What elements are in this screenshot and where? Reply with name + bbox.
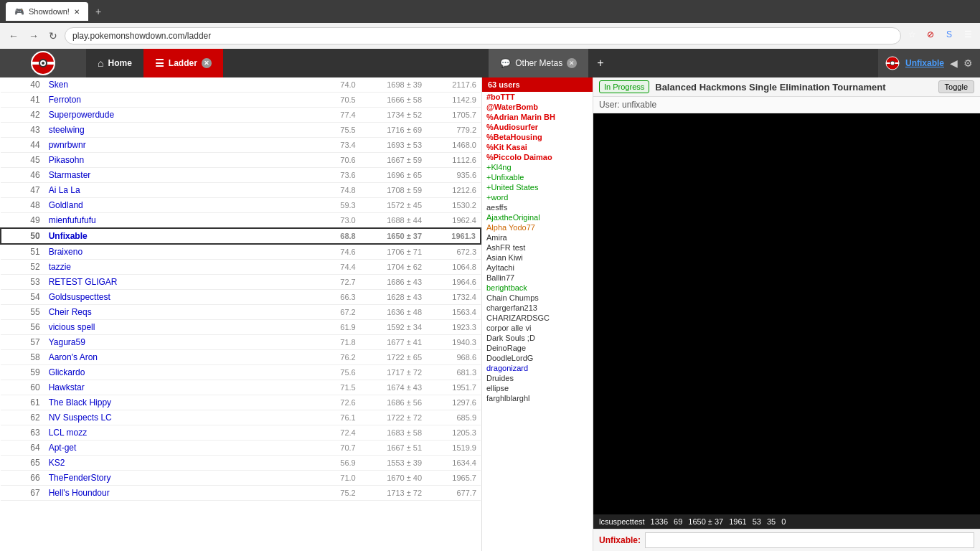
user-list-item[interactable]: +word bbox=[482, 192, 593, 202]
user-list-item[interactable]: chargerfan213 bbox=[482, 303, 593, 313]
ladder-area[interactable]: 40 Sken 1355 74.0 1698 ± 39 2117.6 41 Fe… bbox=[0, 77, 481, 551]
user-list-item[interactable]: aesffs bbox=[482, 202, 593, 212]
ext-icon[interactable]: S bbox=[943, 29, 956, 42]
toggle-button[interactable]: Toggle bbox=[938, 80, 974, 93]
w-cell: 2117.6 bbox=[426, 77, 481, 93]
rank-cell: 45 bbox=[1, 153, 44, 168]
username-display[interactable]: Unfixable bbox=[905, 58, 944, 68]
player-name-cell[interactable]: Cheir Reqs bbox=[44, 305, 240, 320]
other-metas-tab[interactable]: 💬 Other Metas ✕ bbox=[489, 49, 588, 77]
forward-button[interactable]: → bbox=[26, 29, 42, 43]
browser-bar: 🎮 Showdown! ✕ + bbox=[0, 0, 980, 23]
player-name-cell[interactable]: Superpowerdude bbox=[44, 108, 240, 123]
player-name-cell[interactable]: Braixeno bbox=[44, 244, 240, 260]
elo-cell: 1322 bbox=[240, 305, 306, 320]
settings-button[interactable]: ◀ bbox=[950, 57, 958, 69]
bookmark-icon[interactable]: ☆ bbox=[905, 29, 918, 42]
stats-player-name: lcsuspecttest bbox=[599, 517, 645, 526]
back-button[interactable]: ← bbox=[6, 29, 22, 43]
player-name-cell[interactable]: RETEST GLIGAR bbox=[44, 275, 240, 290]
player-name-cell[interactable]: Ai La La bbox=[44, 183, 240, 198]
user-list-item[interactable]: %Audiosurfer bbox=[482, 122, 593, 132]
user-list-item[interactable]: @WaterBomb bbox=[482, 102, 593, 112]
player-name-cell[interactable]: Starmaster bbox=[44, 168, 240, 183]
user-list-item[interactable]: Alpha Yodo77 bbox=[482, 222, 593, 232]
player-name-cell[interactable]: Apt-get bbox=[44, 441, 240, 456]
other-metas-close[interactable]: ✕ bbox=[567, 58, 577, 68]
user-list[interactable]: #boTTT@WaterBomb%Adrian Marin BH%Audiosu… bbox=[482, 92, 593, 551]
user-list-item[interactable]: #boTTT bbox=[482, 92, 593, 102]
player-name-cell[interactable]: Pikasohn bbox=[44, 153, 240, 168]
user-list-item[interactable]: +United States bbox=[482, 182, 593, 192]
user-list-item[interactable]: AshFR test bbox=[482, 242, 593, 253]
player-name-cell[interactable]: steelwing bbox=[44, 123, 240, 138]
tournament-bracket bbox=[593, 113, 980, 514]
user-list-item[interactable]: AjaxtheOriginal bbox=[482, 212, 593, 222]
gl-cell: 1722 ± 72 bbox=[360, 410, 426, 425]
user-list-item[interactable]: dragonizard bbox=[482, 363, 593, 373]
player-name-cell[interactable]: The Black Hippy bbox=[44, 395, 240, 410]
player-name-cell[interactable]: Glickardo bbox=[44, 365, 240, 380]
user-list-item[interactable]: %Adrian Marin BH bbox=[482, 112, 593, 122]
refresh-button[interactable]: ↻ bbox=[46, 29, 60, 43]
menu-icon[interactable]: ☰ bbox=[961, 29, 974, 42]
player-name-cell[interactable]: mienfufufufu bbox=[44, 213, 240, 229]
user-list-item[interactable]: Ballin77 bbox=[482, 273, 593, 283]
ladder-tab-label: Ladder bbox=[169, 58, 197, 68]
user-list-item[interactable]: CHARIZARDSGC bbox=[482, 313, 593, 323]
player-name-cell[interactable]: KS2 bbox=[44, 456, 240, 471]
user-list-item[interactable]: berightback bbox=[482, 283, 593, 293]
user-list-item[interactable]: Dark Souls ;D bbox=[482, 333, 593, 343]
browser-tab-showdown[interactable]: 🎮 Showdown! ✕ bbox=[6, 2, 88, 21]
user-list-item[interactable]: Druides bbox=[482, 373, 593, 383]
player-name-cell[interactable]: Goldsuspecttest bbox=[44, 290, 240, 305]
player-name-cell[interactable]: NV Suspects LC bbox=[44, 410, 240, 425]
player-name-cell[interactable]: Yagura59 bbox=[44, 335, 240, 350]
tab-close-button[interactable]: ✕ bbox=[74, 8, 80, 16]
user-list-item[interactable]: Asian Kiwi bbox=[482, 253, 593, 263]
rank-cell: 40 bbox=[1, 77, 44, 93]
player-name-cell[interactable]: Hawkstar bbox=[44, 380, 240, 395]
player-name-cell[interactable]: Goldland bbox=[44, 198, 240, 213]
user-list-item[interactable]: DoodleLordG bbox=[482, 353, 593, 363]
user-list-item[interactable]: +Kl4ng bbox=[482, 162, 593, 172]
new-tab-button[interactable]: + bbox=[93, 6, 104, 17]
gear-button[interactable]: ⚙ bbox=[963, 57, 973, 69]
username-text: AshFR test bbox=[486, 243, 525, 252]
table-row: 65 KS2 1310 56.9 1553 ± 39 1634.4 bbox=[1, 456, 481, 471]
gl-cell: 1667 ± 59 bbox=[360, 153, 426, 168]
adblock-icon[interactable]: ⊘ bbox=[924, 29, 937, 42]
ladder-tab-close[interactable]: ✕ bbox=[202, 58, 212, 68]
player-name-cell[interactable]: tazzie bbox=[44, 260, 240, 275]
player-name-cell[interactable]: vicious spell bbox=[44, 320, 240, 335]
pct-cell: 56.9 bbox=[306, 456, 360, 471]
user-list-item[interactable]: %BetaHousing bbox=[482, 132, 593, 142]
player-name-cell[interactable]: Sken bbox=[44, 77, 240, 93]
player-name-cell[interactable]: pwnrbwnr bbox=[44, 138, 240, 153]
user-list-item[interactable]: %Piccolo Daimao bbox=[482, 152, 593, 162]
user-list-item[interactable]: %Kit Kasai bbox=[482, 142, 593, 152]
player-name-cell[interactable]: Hell's Houndour bbox=[44, 486, 240, 501]
user-list-item[interactable]: ellipse bbox=[482, 383, 593, 393]
url-bar[interactable] bbox=[65, 27, 901, 44]
w-cell: 1634.4 bbox=[426, 456, 481, 471]
user-list-item[interactable]: Amira bbox=[482, 232, 593, 242]
player-name-cell[interactable]: LCL mozz bbox=[44, 425, 240, 441]
user-list-item[interactable]: DeinoRage bbox=[482, 343, 593, 353]
chat-input[interactable] bbox=[645, 532, 974, 548]
user-list-item[interactable]: farghlblarghl bbox=[482, 393, 593, 403]
player-name-cell[interactable]: Aaron's Aron bbox=[44, 350, 240, 365]
user-list-item[interactable]: corpor alle vi bbox=[482, 323, 593, 333]
table-row: 64 Apt-get 1311 70.7 1667 ± 51 1519.9 bbox=[1, 441, 481, 456]
player-name-cell[interactable]: Ferroton bbox=[44, 93, 240, 108]
tab-favicon: 🎮 bbox=[14, 7, 24, 17]
add-tab-button[interactable]: + bbox=[588, 49, 612, 77]
user-list-item[interactable]: AyItachi bbox=[482, 263, 593, 273]
user-list-item[interactable]: +Unfixable bbox=[482, 172, 593, 182]
user-list-item[interactable]: Chain Chumps bbox=[482, 293, 593, 303]
home-tab[interactable]: ⌂ Home bbox=[86, 49, 143, 77]
rank-cell: 63 bbox=[1, 425, 44, 441]
player-name-cell[interactable]: TheFenderStory bbox=[44, 471, 240, 486]
ladder-tab[interactable]: ☰ Ladder ✕ bbox=[143, 49, 223, 77]
player-name-cell[interactable]: Unfixable bbox=[44, 228, 240, 244]
